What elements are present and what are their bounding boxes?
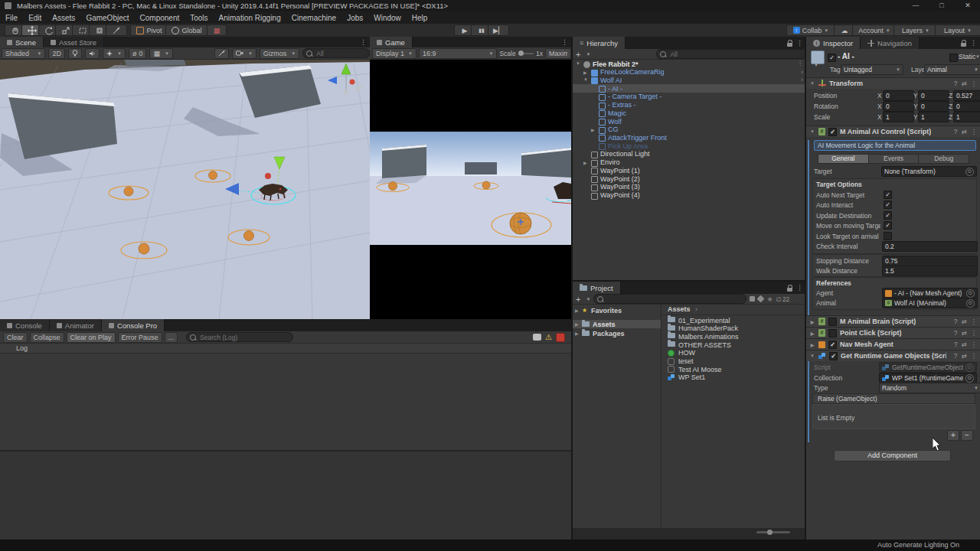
component-menu-icon[interactable]: ⋮ <box>971 329 978 337</box>
scene-tools-button[interactable] <box>214 48 229 59</box>
console-button-collapse[interactable]: Collapse <box>30 332 64 343</box>
check-interval-field[interactable]: 0.2 <box>882 241 978 252</box>
hidden-packages-count[interactable]: ∅ 22 <box>776 295 792 303</box>
project-item-humanshaderpack[interactable]: HumanShaderPack <box>662 324 805 333</box>
hierarchy-panel-menu-icon[interactable]: ⋮ <box>796 39 803 47</box>
gizmos-dropdown[interactable]: Gizmos ▼ <box>260 48 299 59</box>
log-filter-icon[interactable] <box>533 334 541 341</box>
search-by-type-icon[interactable] <box>750 296 755 302</box>
presets-icon[interactable]: ⇄ <box>961 318 966 325</box>
help-icon[interactable]: ? <box>954 318 958 325</box>
component-menu-icon[interactable]: ⋮ <box>971 80 978 87</box>
layout-dropdown[interactable]: Layout ▼ <box>935 24 980 36</box>
static-dropdown-arrow[interactable]: ▼ <box>975 54 980 59</box>
hierarchy-item-waypoint-3[interactable]: WayPoint (3) <box>573 183 806 191</box>
create-asset-button[interactable]: + <box>576 295 580 304</box>
component-menu-icon[interactable]: ⋮ <box>971 318 978 325</box>
scene-camera-dropdown[interactable]: ▼ <box>232 48 256 59</box>
scene-lighting-button[interactable] <box>68 48 82 59</box>
presets-icon[interactable]: ⇄ <box>961 341 966 348</box>
project-root-packages[interactable]: ▶ Packages <box>573 329 661 337</box>
console-search[interactable] <box>186 332 293 342</box>
object-picker-icon[interactable]: ⊙ <box>965 168 974 176</box>
scene-search[interactable] <box>302 48 370 58</box>
game-panel-menu-icon[interactable]: ⋮ <box>561 38 568 46</box>
console-detail-area[interactable] <box>0 452 571 540</box>
menu-item-window[interactable]: Window <box>368 14 407 22</box>
collection-object-field[interactable]: WP Set1 (RuntimeGameObjects) ⊙ <box>879 373 977 383</box>
scene-effects-dropdown[interactable]: ▼ <box>103 48 126 59</box>
step-button[interactable]: ▶▏ <box>488 24 509 36</box>
global-toggle-button[interactable]: Global <box>165 24 208 36</box>
foldout-icon[interactable]: ▶ <box>809 331 815 336</box>
draw-mode-dropdown[interactable]: Shaded ▼ <box>2 48 45 59</box>
divider[interactable] <box>573 280 806 282</box>
tab-animator[interactable]: Animator <box>50 319 102 331</box>
hierarchy-search-input[interactable] <box>668 50 802 59</box>
z-value-field[interactable]: 0 <box>953 101 980 112</box>
prefab-open-chevron-icon[interactable]: › <box>801 68 803 76</box>
foldout-icon[interactable]: ▶ <box>809 319 815 324</box>
help-icon[interactable]: ? <box>954 341 958 348</box>
gameobject-name-field[interactable]: - AI - <box>838 52 937 60</box>
project-item-teset[interactable]: teset <box>662 357 805 366</box>
project-item-other-assets[interactable]: OTHER ASSETS <box>662 341 805 349</box>
error-filter-icon[interactable] <box>556 333 565 342</box>
auto-generate-lighting-status[interactable]: Auto Generate Lighting On <box>877 541 959 549</box>
z-value-field[interactable]: 0.527 <box>953 90 980 101</box>
x-value-field[interactable]: 0 <box>883 90 914 101</box>
menu-item-gameobject[interactable]: GameObject <box>80 14 134 22</box>
help-icon[interactable]: ? <box>954 329 958 337</box>
tab-navigation[interactable]: Navigation <box>861 37 920 49</box>
create-object-button[interactable]: + <box>576 50 580 59</box>
console-search-input[interactable] <box>198 333 289 342</box>
2d-toggle-button[interactable]: 2D <box>48 48 65 59</box>
project-item-01-experimental[interactable]: 01_Experimental <box>662 316 805 324</box>
y-value-field[interactable]: 1 <box>918 112 949 122</box>
grid-snap-button[interactable]: ▦ <box>207 24 227 36</box>
minimize-button[interactable]: — <box>911 1 920 10</box>
component-enabled-checkbox[interactable] <box>829 352 838 360</box>
tab-scene[interactable]: Scene <box>0 37 44 47</box>
tab-inspector[interactable]: i Inspector <box>806 37 861 49</box>
help-icon[interactable]: ? <box>954 352 958 360</box>
lock-icon[interactable] <box>787 43 792 47</box>
foldout-icon[interactable]: ▶ <box>591 127 595 132</box>
raise-event-header[interactable]: Raise (GameObject) <box>812 393 975 404</box>
component-enabled-checkbox[interactable] <box>828 329 837 337</box>
project-item-wp-set1[interactable]: WP Set1 <box>662 373 805 382</box>
component-menu-icon[interactable]: ⋮ <box>971 352 978 360</box>
stopping-distance-field[interactable]: 0.75 <box>882 256 978 266</box>
maximize-button[interactable]: □ <box>937 1 946 10</box>
component-enabled-checkbox[interactable] <box>828 341 837 349</box>
divider[interactable] <box>805 37 806 540</box>
hierarchy-item-wolf-ai[interactable]: ▼Wolf AI› <box>573 76 806 84</box>
hierarchy-item-magic[interactable]: Magic <box>573 109 806 117</box>
favorites-star-icon[interactable]: ★ <box>766 295 773 303</box>
scene-audio-button[interactable] <box>85 48 100 59</box>
walk-distance-field[interactable]: 1.5 <box>882 266 978 276</box>
menu-item-help[interactable]: Help <box>407 14 433 22</box>
tab-events[interactable]: Events <box>869 154 920 164</box>
hierarchy-item-waypoint-1[interactable]: WayPoint (1) <box>573 166 806 174</box>
foldout-open-icon[interactable]: ▼ <box>809 81 815 86</box>
help-icon[interactable]: ? <box>954 80 958 87</box>
layers-dropdown[interactable]: Layers ▼ <box>893 24 938 36</box>
object-picker-icon[interactable]: ⊙ <box>966 289 975 298</box>
menu-item-tools[interactable]: Tools <box>185 14 213 22</box>
hierarchy-item-cg[interactable]: ▶CG <box>573 126 806 134</box>
hierarchy-item-waypoint-2[interactable]: WayPoint (2) <box>573 174 806 183</box>
presets-icon[interactable]: ⇄ <box>961 128 966 135</box>
tab-game[interactable]: Game <box>370 37 413 47</box>
component-header-nav-mesh-agent[interactable]: ▶Nav Mesh Agent?⇄⋮ <box>806 338 980 350</box>
agent-object-field[interactable]: - AI - (Nav Mesh Agent) ⊙ <box>882 288 978 298</box>
foldout-icon[interactable]: ▶ <box>809 342 815 347</box>
tab-project[interactable]: Project <box>573 282 621 294</box>
hierarchy-item-ai[interactable]: - AI - <box>573 84 806 93</box>
scene-panel-menu-icon[interactable]: ⋮ <box>360 38 367 46</box>
hierarchy-item-flee-rabbit-2[interactable]: ▼Flee Rabbit 2*⋮ <box>573 60 806 68</box>
hierarchy-item-freelookcamerarig[interactable]: ▶FreeLookCameraRig› <box>573 68 806 77</box>
target-object-field[interactable]: None (Transform) ⊙ <box>881 166 977 177</box>
project-item-test-ai-moose[interactable]: Test AI Moose <box>662 365 805 373</box>
console-log-area[interactable] <box>0 354 571 450</box>
